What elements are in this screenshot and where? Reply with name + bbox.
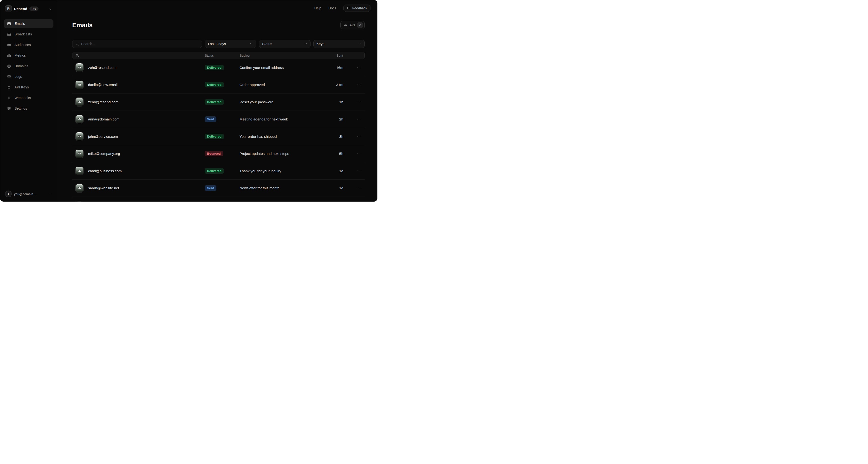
mail-preview-icon[interactable]	[75, 115, 83, 124]
sidebar-item-label: Audiences	[14, 43, 31, 47]
mail-preview-icon[interactable]	[75, 184, 83, 193]
table-row[interactable]: sarah@website.net Sent Newsletter for th…	[72, 180, 365, 197]
mail-preview-icon[interactable]	[75, 167, 83, 175]
row-to: zeno@resend.com	[88, 100, 205, 104]
search-box[interactable]	[72, 40, 202, 48]
row-menu-icon[interactable]	[343, 186, 361, 190]
sidebar-item-broadcasts[interactable]: Broadcasts	[4, 30, 54, 38]
sidebar-item-emails[interactable]: Emails	[4, 19, 54, 28]
main-area: Help Docs Feedback Emails API A	[57, 0, 377, 201]
mail-preview-icon[interactable]	[75, 132, 83, 141]
row-subject: Newsletter for this month	[240, 186, 321, 190]
row-sent: 1d	[321, 186, 343, 190]
lock-icon	[7, 85, 11, 89]
audiences-icon	[7, 43, 11, 47]
org-switcher[interactable]: R Resend Pro	[4, 5, 54, 12]
user-account[interactable]: Y you@domain....	[4, 190, 54, 198]
status-dropdown[interactable]: Status	[259, 40, 310, 48]
status-badge: Delivered	[205, 65, 224, 70]
column-header-subject: Subject	[240, 54, 321, 57]
sidebar-item-label: Webhooks	[14, 96, 31, 100]
help-link[interactable]: Help	[314, 6, 321, 10]
status-badge: Bounced	[205, 151, 223, 156]
row-subject: Reset your password	[240, 100, 321, 104]
column-header-sent: Sent	[321, 54, 343, 57]
mail-preview-icon[interactable]	[75, 97, 83, 106]
row-menu-icon[interactable]	[343, 117, 361, 121]
keys-value: Keys	[316, 42, 324, 46]
content: Emails API A Last 3 days Status	[57, 0, 377, 202]
chevrons-up-down-icon[interactable]	[49, 7, 52, 10]
user-email: you@domain....	[14, 192, 37, 196]
sidebar-item-api-keys[interactable]: API Keys	[4, 83, 54, 91]
row-menu-icon[interactable]	[343, 135, 361, 138]
resend-logo: R	[5, 5, 12, 12]
status-badge: Delivered	[205, 168, 224, 174]
sidebar-item-domains[interactable]: Domains	[4, 62, 54, 70]
sidebar-item-label: Emails	[14, 22, 25, 26]
docs-link[interactable]: Docs	[329, 6, 336, 10]
org-name: Resend	[14, 7, 27, 11]
table-body: zeh@resend.com Delivered Confirm your em…	[72, 59, 365, 202]
mail-preview-icon[interactable]	[75, 63, 83, 72]
row-menu-icon[interactable]	[343, 152, 361, 156]
row-to: sarah@website.net	[88, 186, 205, 190]
table-row[interactable]: carol@business.com Delivered Thank you f…	[72, 163, 365, 180]
chat-bubble-icon	[347, 6, 350, 10]
code-icon	[344, 23, 347, 27]
sidebar-item-audiences[interactable]: Audiences	[4, 40, 54, 49]
table-row[interactable]: zeno@resend.com Delivered Reset your pas…	[72, 93, 365, 111]
api-button-label: API	[349, 23, 355, 27]
logs-icon	[7, 75, 11, 79]
row-to: carol@business.com	[88, 169, 205, 173]
metrics-icon	[7, 54, 11, 58]
settings-icon	[7, 107, 11, 111]
status-badge: Sent	[205, 116, 216, 122]
table-row[interactable]: mike@company.org Bounced Project updates…	[72, 145, 365, 163]
mail-preview-icon[interactable]	[75, 149, 83, 158]
ellipsis-icon[interactable]	[48, 192, 52, 196]
table-row[interactable]: anna@domain.com Sent Meeting agenda for …	[72, 111, 365, 128]
table-row[interactable]: Delivered	[72, 197, 365, 202]
row-to: anna@domain.com	[88, 117, 205, 121]
table-row[interactable]: danilo@new.email Delivered Order approve…	[72, 76, 365, 94]
date-range-dropdown[interactable]: Last 3 days	[205, 40, 256, 48]
row-menu-icon[interactable]	[343, 83, 361, 87]
row-menu-icon[interactable]	[343, 65, 361, 69]
feedback-button[interactable]: Feedback	[343, 5, 370, 12]
status-badge: Delivered	[205, 99, 224, 105]
row-sent: 16m	[321, 65, 343, 69]
sidebar-item-label: Settings	[14, 107, 27, 110]
mail-preview-icon[interactable]	[75, 201, 83, 202]
mail-icon	[7, 22, 11, 26]
row-subject: Thank you for your inquiry	[240, 169, 321, 173]
table-header: To Status Subject Sent	[72, 52, 365, 59]
sidebar-item-metrics[interactable]: Metrics	[4, 51, 54, 60]
search-input[interactable]	[81, 42, 199, 46]
sidebar-item-logs[interactable]: Logs	[4, 72, 54, 81]
api-button[interactable]: API A	[340, 21, 365, 29]
chevron-down-icon	[304, 42, 307, 46]
row-sent: 1h	[321, 100, 343, 104]
table-row[interactable]: zeh@resend.com Delivered Confirm your em…	[72, 59, 365, 76]
mail-preview-icon[interactable]	[75, 81, 83, 89]
row-sent: 3h	[321, 135, 343, 139]
status-badge: Delivered	[205, 134, 224, 139]
row-menu-icon[interactable]	[343, 169, 361, 173]
search-icon	[75, 42, 79, 46]
row-subject: Your order has shipped	[240, 135, 321, 139]
column-header-to: To	[76, 54, 205, 57]
row-subject: Confirm your email address	[240, 65, 321, 69]
status-badge: Sent	[205, 185, 216, 191]
sidebar-item-webhooks[interactable]: Webhooks	[4, 93, 54, 102]
filter-bar: Last 3 days Status Keys	[72, 40, 365, 48]
keys-dropdown[interactable]: Keys	[313, 40, 365, 48]
row-sent: 5h	[321, 151, 343, 156]
sidebar-item-settings[interactable]: Settings	[4, 104, 54, 113]
row-sent: 31m	[321, 83, 343, 87]
row-menu-icon[interactable]	[343, 100, 361, 104]
date-range-value: Last 3 days	[208, 42, 226, 46]
webhooks-icon	[7, 96, 11, 100]
table-row[interactable]: john@service.com Delivered Your order ha…	[72, 128, 365, 145]
plan-badge: Pro	[29, 6, 38, 11]
